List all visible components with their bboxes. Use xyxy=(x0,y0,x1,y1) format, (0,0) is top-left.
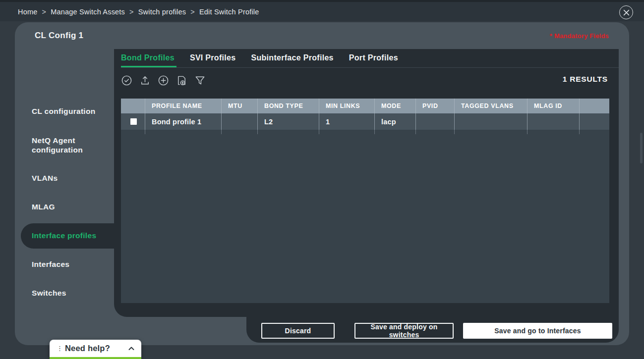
sidebar-item-cl-configuration[interactable]: CL configuration xyxy=(32,106,111,116)
panel-header: CL Config 1 * Mandatory Fields xyxy=(15,22,629,49)
discard-button[interactable]: Discard xyxy=(261,323,335,339)
cell xyxy=(580,113,609,130)
need-help-label: Need help? xyxy=(65,344,110,353)
row-checkbox[interactable] xyxy=(130,118,137,125)
filter-icon[interactable] xyxy=(194,75,206,86)
tab-subinterface-profiles[interactable]: Subinterface Profiles xyxy=(251,53,333,67)
cell: lacp xyxy=(375,113,416,130)
cell xyxy=(455,113,527,130)
results-count: 1 RESULTS xyxy=(563,75,608,84)
breadcrumb-separator: > xyxy=(42,8,46,16)
top-bar: Home>Manage Switch Assets>Switch profile… xyxy=(0,0,644,21)
save-deploy-button[interactable]: Save and deploy on switches xyxy=(354,323,454,339)
breadcrumb: Home>Manage Switch Assets>Switch profile… xyxy=(18,2,259,21)
breadcrumb-item-edit-switch-profile[interactable]: Edit Switch Profile xyxy=(199,8,259,16)
column-header-blank[interactable] xyxy=(121,99,145,113)
sidebar-item-switches[interactable]: Switches xyxy=(32,288,111,298)
column-header-profile-name[interactable]: PROFILE NAME xyxy=(145,99,222,113)
cell xyxy=(416,113,455,130)
sidebar: CL configurationNetQ Agent configuration… xyxy=(15,49,114,326)
breadcrumb-item-switch-profiles[interactable]: Switch profiles xyxy=(138,8,186,16)
sidebar-item-netq-agent-configuration[interactable]: NetQ Agent configuration xyxy=(32,136,111,154)
column-header-mlag-id[interactable]: MLAG ID xyxy=(527,99,580,113)
export-file-icon[interactable] xyxy=(176,75,187,86)
upload-icon[interactable] xyxy=(139,75,151,86)
breadcrumb-separator: > xyxy=(129,8,134,16)
column-header-mode[interactable]: MODE xyxy=(375,99,416,113)
edit-switch-profile-panel: CL Config 1 * Mandatory Fields CL config… xyxy=(15,22,629,345)
table-row: Bond profile 1L21lacp xyxy=(121,113,609,130)
chevron-up-icon[interactable] xyxy=(128,347,134,351)
column-header-mtu[interactable]: MTU xyxy=(222,99,258,113)
cell-select xyxy=(121,113,145,130)
column-header-pvid[interactable]: PVID xyxy=(416,99,455,113)
sidebar-item-mlag[interactable]: MLAG xyxy=(32,202,111,211)
close-icon[interactable] xyxy=(619,5,633,19)
sidebar-item-vlans[interactable]: VLANs xyxy=(32,173,111,183)
page-title: CL Config 1 xyxy=(35,31,83,41)
tab-bond-profiles[interactable]: Bond Profiles xyxy=(121,53,175,67)
cell xyxy=(527,113,580,130)
scrollbar-thumb[interactable] xyxy=(640,133,643,163)
breadcrumb-separator: > xyxy=(190,8,195,16)
tab-bar: Bond ProfilesSVI ProfilesSubinterface Pr… xyxy=(121,49,619,68)
cell: 1 xyxy=(319,113,375,130)
add-icon[interactable] xyxy=(158,75,169,86)
drag-dots-icon: ⋮ xyxy=(57,345,62,352)
divider-ticks xyxy=(121,130,609,134)
sidebar-item-interface-profiles[interactable]: Interface profiles xyxy=(32,231,111,240)
sidebar-item-interfaces[interactable]: Interfaces xyxy=(32,259,111,269)
column-header-min-links[interactable]: MIN LINKS xyxy=(319,99,375,113)
mandatory-fields-note: * Mandatory Fields xyxy=(550,32,609,40)
bond-profiles-table: PROFILE NAMEMTUBOND TYPEMIN LINKSMODEPVI… xyxy=(121,99,609,303)
tab-svi-profiles[interactable]: SVI Profiles xyxy=(190,53,236,67)
column-header-blank[interactable] xyxy=(580,99,609,113)
breadcrumb-item-home[interactable]: Home xyxy=(18,8,37,16)
column-header-bond-type[interactable]: BOND TYPE xyxy=(258,99,319,113)
cell xyxy=(222,113,258,130)
column-header-tagged-vlans[interactable]: TAGGED VLANS xyxy=(455,99,527,113)
breadcrumb-item-manage-switch-assets[interactable]: Manage Switch Assets xyxy=(51,8,125,16)
cell: Bond profile 1 xyxy=(145,113,222,130)
need-help-widget[interactable]: ⋮ Need help? xyxy=(50,340,141,359)
tab-port-profiles[interactable]: Port Profiles xyxy=(349,53,398,67)
table-toolbar: 1 RESULTS xyxy=(121,72,616,89)
cell: L2 xyxy=(258,113,319,130)
save-go-interfaces-button[interactable]: Save and go to Interfaces xyxy=(463,323,612,339)
table-header-row: PROFILE NAMEMTUBOND TYPEMIN LINKSMODEPVI… xyxy=(121,99,609,113)
check-circle-icon[interactable] xyxy=(121,75,132,86)
